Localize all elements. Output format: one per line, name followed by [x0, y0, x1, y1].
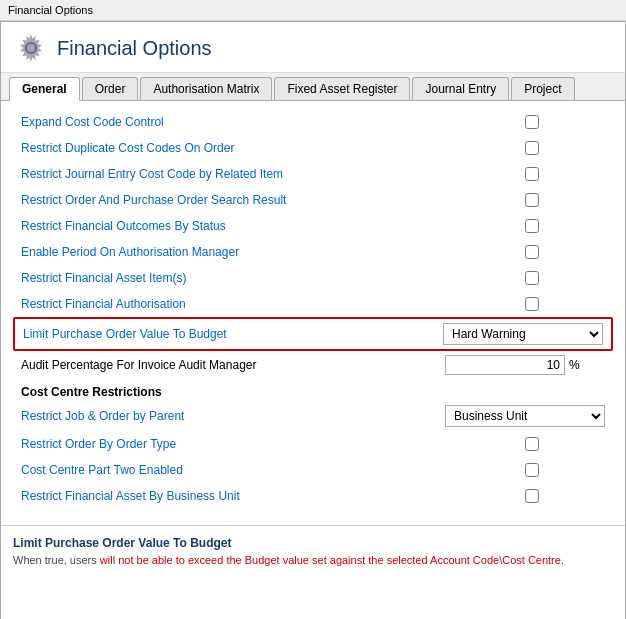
checkbox-restrict-journal[interactable]	[525, 167, 539, 181]
row-restrict-financial-asset-bu: Restrict Financial Asset By Business Uni…	[13, 483, 613, 509]
row-restrict-financial-asset: Restrict Financial Asset Item(s)	[13, 265, 613, 291]
tab-content: Expand Cost Code Control Restrict Duplic…	[1, 101, 625, 517]
checkbox-restrict-financial-outcomes-cell	[525, 219, 605, 233]
tab-fixed-asset-register[interactable]: Fixed Asset Register	[274, 77, 410, 100]
label-restrict-financial-outcomes: Restrict Financial Outcomes By Status	[21, 219, 525, 233]
checkbox-restrict-financial-outcomes[interactable]	[525, 219, 539, 233]
footer-text: When true, users will not be able to exc…	[13, 554, 613, 566]
row-expand-cost-code: Expand Cost Code Control	[13, 109, 613, 135]
checkbox-restrict-duplicate-cell	[525, 141, 605, 155]
row-cost-centre-part-two: Cost Centre Part Two Enabled	[13, 457, 613, 483]
row-restrict-financial-outcomes: Restrict Financial Outcomes By Status	[13, 213, 613, 239]
checkbox-restrict-order-purchase-cell	[525, 193, 605, 207]
label-restrict-financial-auth: Restrict Financial Authorisation	[21, 297, 525, 311]
checkbox-restrict-order-type[interactable]	[525, 437, 539, 451]
label-restrict-duplicate: Restrict Duplicate Cost Codes On Order	[21, 141, 525, 155]
checkbox-enable-period-cell	[525, 245, 605, 259]
footer-text-plain: When true, users	[13, 554, 100, 566]
dropdown-restrict-job-order[interactable]: Business Unit None Department	[445, 405, 605, 427]
input-audit-percentage-cell: %	[445, 355, 605, 375]
input-audit-percentage[interactable]	[445, 355, 565, 375]
tab-general[interactable]: General	[9, 77, 80, 101]
main-window: Financial Options General Order Authoris…	[0, 21, 626, 619]
label-restrict-financial-asset: Restrict Financial Asset Item(s)	[21, 271, 525, 285]
row-restrict-job-order: Restrict Job & Order by Parent Business …	[13, 401, 613, 431]
label-restrict-journal: Restrict Journal Entry Cost Code by Rela…	[21, 167, 525, 181]
row-audit-percentage: Audit Percentage For Invoice Audit Manag…	[13, 351, 613, 379]
label-restrict-financial-asset-bu: Restrict Financial Asset By Business Uni…	[21, 489, 525, 503]
tab-bar: General Order Authorisation Matrix Fixed…	[1, 73, 625, 101]
gear-icon	[15, 32, 47, 64]
checkbox-cost-centre-part-two[interactable]	[525, 463, 539, 477]
checkbox-restrict-journal-cell	[525, 167, 605, 181]
checkbox-restrict-order-purchase[interactable]	[525, 193, 539, 207]
label-cost-centre-part-two: Cost Centre Part Two Enabled	[21, 463, 525, 477]
label-expand-cost-code: Expand Cost Code Control	[21, 115, 525, 129]
row-restrict-duplicate: Restrict Duplicate Cost Codes On Order	[13, 135, 613, 161]
checkbox-restrict-financial-asset-cell	[525, 271, 605, 285]
row-restrict-financial-auth: Restrict Financial Authorisation	[13, 291, 613, 317]
tab-order[interactable]: Order	[82, 77, 139, 100]
checkbox-cost-centre-part-two-cell	[525, 463, 605, 477]
checkbox-expand-cost-code[interactable]	[525, 115, 539, 129]
checkbox-restrict-financial-auth[interactable]	[525, 297, 539, 311]
checkbox-restrict-financial-asset-bu[interactable]	[525, 489, 539, 503]
row-enable-period: Enable Period On Authorisation Manager	[13, 239, 613, 265]
row-restrict-journal: Restrict Journal Entry Cost Code by Rela…	[13, 161, 613, 187]
label-audit-percentage: Audit Percentage For Invoice Audit Manag…	[21, 358, 445, 372]
section-cost-centre: Cost Centre Restrictions	[13, 379, 613, 401]
checkbox-restrict-financial-asset[interactable]	[525, 271, 539, 285]
dropdown-restrict-job-order-cell: Business Unit None Department	[445, 405, 605, 427]
checkbox-restrict-duplicate[interactable]	[525, 141, 539, 155]
dropdown-limit-purchase-order-cell: Hard Warning Soft Warning Disallow	[443, 323, 603, 345]
label-enable-period: Enable Period On Authorisation Manager	[21, 245, 525, 259]
checkbox-restrict-financial-auth-cell	[525, 297, 605, 311]
label-restrict-order-type: Restrict Order By Order Type	[21, 437, 525, 451]
checkbox-restrict-financial-asset-bu-cell	[525, 489, 605, 503]
footer-text-highlight: will not be able to exceed the Budget va…	[100, 554, 564, 566]
row-restrict-order-type: Restrict Order By Order Type	[13, 431, 613, 457]
label-restrict-order-purchase: Restrict Order And Purchase Order Search…	[21, 193, 525, 207]
window-header: Financial Options	[1, 22, 625, 73]
title-bar-label: Financial Options	[8, 4, 93, 16]
row-limit-purchase-order: Limit Purchase Order Value To Budget Har…	[13, 317, 613, 351]
checkbox-enable-period[interactable]	[525, 245, 539, 259]
footer-title: Limit Purchase Order Value To Budget	[13, 536, 613, 550]
checkbox-restrict-order-type-cell	[525, 437, 605, 451]
checkbox-expand-cost-code-cell	[525, 115, 605, 129]
tab-authorisation-matrix[interactable]: Authorisation Matrix	[140, 77, 272, 100]
page-title: Financial Options	[57, 37, 212, 60]
row-restrict-order-purchase: Restrict Order And Purchase Order Search…	[13, 187, 613, 213]
tab-project[interactable]: Project	[511, 77, 574, 100]
footer-info: Limit Purchase Order Value To Budget Whe…	[1, 525, 625, 576]
label-limit-purchase-order: Limit Purchase Order Value To Budget	[23, 327, 443, 341]
label-restrict-job-order: Restrict Job & Order by Parent	[21, 409, 445, 423]
unit-percent: %	[569, 358, 580, 372]
dropdown-limit-purchase-order[interactable]: Hard Warning Soft Warning Disallow	[443, 323, 603, 345]
tab-journal-entry[interactable]: Journal Entry	[412, 77, 509, 100]
title-bar: Financial Options	[0, 0, 626, 21]
